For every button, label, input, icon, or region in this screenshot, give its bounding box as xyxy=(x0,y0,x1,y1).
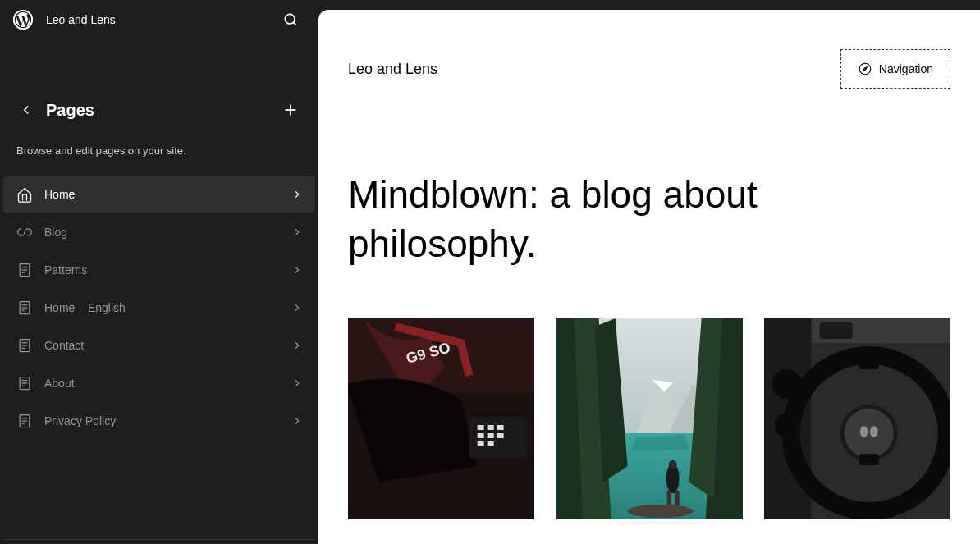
nav-item-label: Home – English xyxy=(44,301,291,314)
nav-item-label: Contact xyxy=(44,339,291,352)
svg-rect-37 xyxy=(488,441,494,446)
chevron-right-icon xyxy=(291,226,304,239)
chevron-right-icon xyxy=(291,377,304,390)
post-image-card[interactable] xyxy=(556,318,742,519)
nav-item-privacy-policy[interactable]: Privacy Policy xyxy=(3,403,315,439)
svg-rect-35 xyxy=(497,433,504,438)
svg-rect-66 xyxy=(859,454,878,465)
svg-rect-34 xyxy=(488,433,494,438)
svg-rect-32 xyxy=(497,425,504,430)
sidebar-divider xyxy=(3,539,315,540)
search-icon xyxy=(282,11,299,28)
chevron-right-icon xyxy=(291,263,304,277)
page-icon xyxy=(15,298,34,318)
navigation-button-label: Navigation xyxy=(879,62,933,75)
nav-item-label: Home xyxy=(44,188,291,201)
search-button[interactable] xyxy=(276,5,305,34)
nav-item-label: Blog xyxy=(44,226,291,239)
svg-point-1 xyxy=(285,14,295,24)
home-icon xyxy=(15,185,34,204)
nav-item-label: Privacy Policy xyxy=(44,414,291,427)
svg-rect-36 xyxy=(478,441,484,446)
page-icon xyxy=(15,373,34,393)
nav-item-contact[interactable]: Contact xyxy=(3,327,315,363)
svg-point-51 xyxy=(669,460,677,469)
svg-rect-30 xyxy=(478,425,484,430)
pages-title: Pages xyxy=(46,101,276,120)
plus-icon xyxy=(282,101,300,119)
compass-icon xyxy=(858,62,872,76)
page-preview[interactable]: Leo and Lens Navigation Mindblown: a blo… xyxy=(318,10,980,544)
nav-item-label: About xyxy=(44,377,291,390)
chevron-left-icon xyxy=(19,103,34,117)
svg-rect-67 xyxy=(859,358,878,369)
chevron-right-icon xyxy=(291,188,304,201)
site-title: Leo and Lens xyxy=(46,13,276,26)
chevron-right-icon xyxy=(291,339,304,352)
navigation-block-button[interactable]: Navigation xyxy=(840,49,950,89)
nav-item-home[interactable]: Home xyxy=(3,176,315,213)
hero-title: Mindblown: a blog about philosophy. xyxy=(318,89,980,318)
post-image-card[interactable]: G9 SO xyxy=(348,318,534,519)
svg-rect-69 xyxy=(819,322,852,339)
loop-icon xyxy=(15,222,34,242)
back-button[interactable] xyxy=(13,97,39,123)
preview-site-title: Leo and Lens xyxy=(348,61,437,78)
page-icon xyxy=(15,260,34,280)
chevron-right-icon xyxy=(291,414,304,427)
svg-line-2 xyxy=(293,22,295,25)
svg-marker-49 xyxy=(632,435,689,451)
pages-nav-list: Home Blog xyxy=(0,176,318,441)
add-page-button[interactable] xyxy=(276,95,305,125)
wordpress-logo[interactable] xyxy=(13,10,33,30)
svg-rect-52 xyxy=(667,491,671,507)
svg-point-61 xyxy=(844,409,893,458)
page-icon xyxy=(15,411,34,431)
post-image-grid: G9 SO xyxy=(318,318,980,519)
svg-rect-53 xyxy=(675,491,680,507)
nav-item-about[interactable]: About xyxy=(3,365,315,401)
svg-rect-33 xyxy=(478,433,484,438)
pages-description: Browse and edit pages on your site. xyxy=(0,131,318,176)
page-icon xyxy=(15,336,34,355)
svg-marker-26 xyxy=(863,67,868,71)
nav-item-label: Patterns xyxy=(44,263,291,277)
svg-rect-31 xyxy=(488,425,494,430)
svg-point-54 xyxy=(628,505,694,518)
post-image-card[interactable] xyxy=(764,318,950,519)
chevron-right-icon xyxy=(291,301,304,314)
nav-item-patterns[interactable]: Patterns xyxy=(3,252,315,288)
nav-item-blog[interactable]: Blog xyxy=(3,214,315,250)
nav-item-home-english[interactable]: Home – English xyxy=(3,290,315,326)
